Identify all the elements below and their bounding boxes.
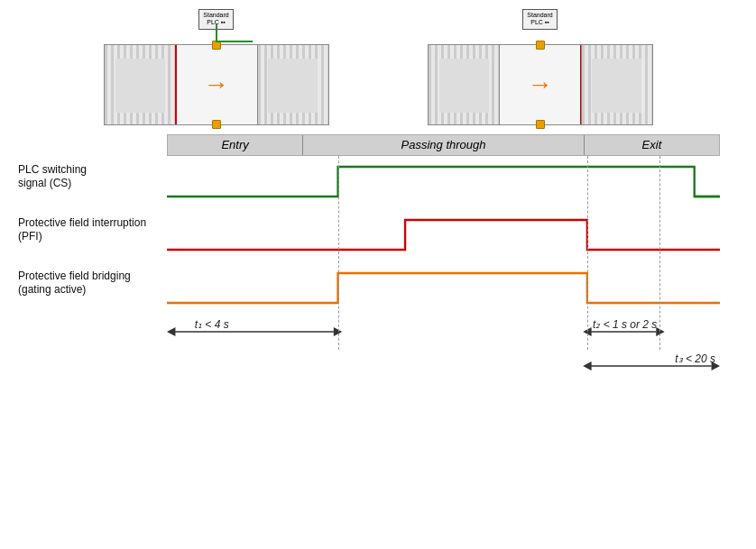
arrow-left: →	[204, 72, 229, 97]
phase-entry: Entry	[221, 138, 248, 151]
gate-center-right: →	[500, 44, 581, 125]
gate-assembly-left: →	[104, 44, 329, 125]
diagram-left: StandardPLC ▪▪	[104, 9, 329, 125]
svg-marker-6	[583, 327, 591, 336]
signal-svg-pfi	[167, 209, 720, 259]
t3-annotation-row: t₃ < 20 s	[167, 350, 720, 381]
signal-row-cs: PLC switching signal (CS)	[167, 156, 720, 206]
diagrams-row: StandardPLC ▪▪	[18, 9, 738, 125]
yellow-dot-bottom-left	[212, 120, 221, 129]
gate-panel-inner-right-left	[268, 59, 318, 113]
yellow-dot-bottom-right	[536, 120, 545, 129]
t3-arrow-svg	[167, 350, 720, 381]
svg-marker-9	[583, 361, 591, 371]
main-container: StandardPLC ▪▪	[0, 0, 756, 549]
phase-bar-container: Entry Passing through Exit	[167, 134, 720, 156]
red-line-left	[175, 45, 177, 124]
gate-panel-left-right-diagram	[428, 44, 500, 125]
phase-bar: Entry Passing through Exit	[167, 134, 720, 156]
signal-label-gating: Protective field bridging (gating active…	[18, 262, 167, 297]
gate-panel-left-outer	[104, 44, 176, 125]
yellow-dot-top-right	[536, 41, 545, 50]
phase-passing: Passing through	[401, 138, 486, 151]
gate-panel-right-outer-left-diagram	[257, 44, 329, 125]
timing-section: Entry Passing through Exit P	[18, 134, 738, 381]
timing-chart-area: PLC switching signal (CS) Protective fie…	[167, 156, 720, 350]
plc-label-right: StandardPLC ▪▪	[522, 9, 557, 30]
signal-row-gating: Protective field bridging (gating active…	[167, 262, 720, 312]
gate-assembly-right: →	[428, 44, 653, 125]
svg-marker-5	[656, 327, 664, 336]
signal-svg-cs	[167, 156, 720, 206]
gate-panel-inner-left	[115, 59, 165, 113]
diagram-right: StandardPLC ▪▪ →	[428, 9, 653, 125]
gate-panel-right-right-diagram	[581, 44, 653, 125]
t2-label: t₂ < 1 s or 2 s	[593, 318, 657, 331]
signal-row-pfi: Protective field interruption (PFI)	[167, 209, 720, 259]
gate-center-left: →	[176, 44, 257, 125]
gate-panel-inner-right-right	[592, 59, 641, 113]
signal-label-pfi: Protective field interruption (PFI)	[18, 209, 167, 244]
phase-exit: Exit	[642, 138, 662, 151]
gate-panel-inner-left-right	[439, 59, 489, 113]
signal-svg-gating	[167, 262, 720, 312]
arrow-right: →	[528, 72, 553, 97]
time-annotations-row: t₁ < 4 s t₂ < 1 s or 2 s	[167, 314, 720, 350]
t3-label: t₃ < 20 s	[675, 352, 715, 365]
signal-label-cs: PLC switching signal (CS)	[18, 156, 167, 191]
